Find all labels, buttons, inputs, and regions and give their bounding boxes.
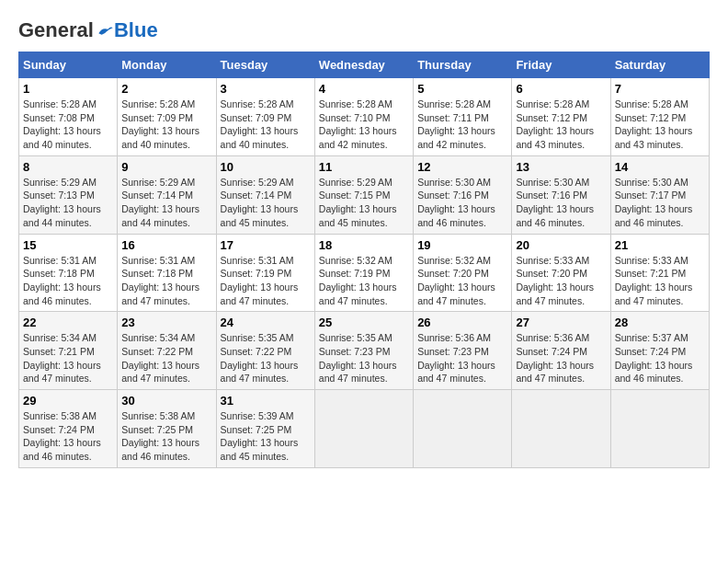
day-info: Sunrise: 5:38 AM Sunset: 7:24 PM Dayligh… (23, 409, 113, 464)
day-number: 8 (23, 160, 113, 174)
calendar-cell: 3 Sunrise: 5:28 AM Sunset: 7:09 PM Dayli… (216, 78, 314, 156)
calendar-cell: 31 Sunrise: 5:39 AM Sunset: 7:25 PM Dayl… (216, 390, 314, 468)
day-number: 4 (319, 82, 409, 96)
logo-bird-icon (96, 21, 114, 40)
day-number: 3 (221, 82, 311, 96)
day-number: 12 (417, 160, 507, 174)
calendar-cell: 14 Sunrise: 5:30 AM Sunset: 7:17 PM Dayl… (610, 155, 709, 234)
day-number: 17 (221, 238, 311, 252)
calendar-cell: 29 Sunrise: 5:38 AM Sunset: 7:24 PM Dayl… (19, 390, 118, 468)
day-info: Sunrise: 5:34 AM Sunset: 7:21 PM Dayligh… (23, 331, 113, 385)
day-number: 11 (319, 160, 409, 174)
calendar-cell: 16 Sunrise: 5:31 AM Sunset: 7:18 PM Dayl… (118, 234, 216, 312)
logo-general: General (18, 18, 94, 42)
day-info: Sunrise: 5:29 AM Sunset: 7:15 PM Dayligh… (319, 176, 409, 230)
day-number: 7 (615, 82, 705, 96)
calendar-cell: 15 Sunrise: 5:31 AM Sunset: 7:18 PM Dayl… (19, 234, 118, 312)
day-info: Sunrise: 5:36 AM Sunset: 7:23 PM Dayligh… (417, 331, 507, 385)
day-number: 29 (23, 394, 113, 408)
day-info: Sunrise: 5:38 AM Sunset: 7:25 PM Dayligh… (121, 409, 211, 464)
day-number: 18 (319, 238, 409, 252)
day-info: Sunrise: 5:28 AM Sunset: 7:08 PM Dayligh… (23, 98, 113, 152)
calendar-cell: 21 Sunrise: 5:33 AM Sunset: 7:21 PM Dayl… (610, 234, 709, 312)
calendar-cell: 20 Sunrise: 5:33 AM Sunset: 7:20 PM Dayl… (512, 234, 610, 312)
calendar-cell (610, 390, 709, 468)
day-info: Sunrise: 5:33 AM Sunset: 7:21 PM Dayligh… (615, 254, 705, 308)
day-info: Sunrise: 5:39 AM Sunset: 7:25 PM Dayligh… (221, 409, 311, 464)
day-info: Sunrise: 5:32 AM Sunset: 7:19 PM Dayligh… (319, 254, 409, 308)
day-info: Sunrise: 5:34 AM Sunset: 7:22 PM Dayligh… (121, 331, 211, 385)
day-number: 22 (23, 316, 113, 329)
calendar-cell: 6 Sunrise: 5:28 AM Sunset: 7:12 PM Dayli… (512, 78, 610, 156)
day-info: Sunrise: 5:28 AM Sunset: 7:12 PM Dayligh… (516, 98, 606, 152)
day-info: Sunrise: 5:31 AM Sunset: 7:18 PM Dayligh… (121, 254, 211, 308)
calendar-cell: 13 Sunrise: 5:30 AM Sunset: 7:16 PM Dayl… (512, 155, 610, 234)
day-info: Sunrise: 5:35 AM Sunset: 7:22 PM Dayligh… (221, 331, 311, 385)
day-info: Sunrise: 5:31 AM Sunset: 7:18 PM Dayligh… (23, 254, 113, 308)
calendar-cell: 5 Sunrise: 5:28 AM Sunset: 7:11 PM Dayli… (414, 78, 512, 156)
calendar-cell: 10 Sunrise: 5:29 AM Sunset: 7:14 PM Dayl… (216, 155, 314, 234)
calendar-cell: 11 Sunrise: 5:29 AM Sunset: 7:15 PM Dayl… (314, 155, 413, 234)
day-info: Sunrise: 5:37 AM Sunset: 7:24 PM Dayligh… (615, 331, 705, 385)
page-header: General Blue (18, 18, 710, 42)
calendar-cell: 25 Sunrise: 5:35 AM Sunset: 7:23 PM Dayl… (314, 312, 413, 390)
day-info: Sunrise: 5:28 AM Sunset: 7:09 PM Dayligh… (121, 98, 211, 152)
calendar-cell: 30 Sunrise: 5:38 AM Sunset: 7:25 PM Dayl… (118, 390, 216, 468)
calendar-cell (414, 390, 512, 468)
day-number: 23 (121, 316, 211, 329)
day-info: Sunrise: 5:28 AM Sunset: 7:12 PM Dayligh… (615, 98, 705, 152)
day-number: 26 (417, 316, 507, 329)
day-number: 20 (516, 238, 606, 252)
calendar-cell: 19 Sunrise: 5:32 AM Sunset: 7:20 PM Dayl… (414, 234, 512, 312)
day-number: 27 (516, 316, 606, 329)
day-info: Sunrise: 5:36 AM Sunset: 7:24 PM Dayligh… (516, 331, 606, 385)
day-number: 24 (221, 316, 311, 329)
calendar-table: SundayMondayTuesdayWednesdayThursdayFrid… (18, 52, 710, 468)
day-info: Sunrise: 5:28 AM Sunset: 7:09 PM Dayligh… (221, 98, 311, 152)
day-info: Sunrise: 5:29 AM Sunset: 7:13 PM Dayligh… (23, 176, 113, 230)
calendar-cell: 23 Sunrise: 5:34 AM Sunset: 7:22 PM Dayl… (118, 312, 216, 390)
day-number: 2 (121, 82, 211, 96)
calendar-cell (314, 390, 413, 468)
day-info: Sunrise: 5:35 AM Sunset: 7:23 PM Dayligh… (319, 331, 409, 385)
logo-blue: Blue (114, 18, 158, 42)
day-number: 28 (615, 316, 705, 329)
calendar-cell: 24 Sunrise: 5:35 AM Sunset: 7:22 PM Dayl… (216, 312, 314, 390)
day-info: Sunrise: 5:28 AM Sunset: 7:11 PM Dayligh… (417, 98, 507, 152)
day-info: Sunrise: 5:29 AM Sunset: 7:14 PM Dayligh… (221, 176, 311, 230)
day-number: 19 (417, 238, 507, 252)
logo: General Blue (18, 18, 158, 42)
calendar-cell: 22 Sunrise: 5:34 AM Sunset: 7:21 PM Dayl… (19, 312, 118, 390)
calendar-cell: 17 Sunrise: 5:31 AM Sunset: 7:19 PM Dayl… (216, 234, 314, 312)
day-info: Sunrise: 5:32 AM Sunset: 7:20 PM Dayligh… (417, 254, 507, 308)
day-number: 30 (121, 394, 211, 408)
day-number: 21 (615, 238, 705, 252)
calendar-cell (512, 390, 610, 468)
calendar-cell: 28 Sunrise: 5:37 AM Sunset: 7:24 PM Dayl… (610, 312, 709, 390)
day-number: 9 (121, 160, 211, 174)
calendar-cell: 18 Sunrise: 5:32 AM Sunset: 7:19 PM Dayl… (314, 234, 413, 312)
day-info: Sunrise: 5:33 AM Sunset: 7:20 PM Dayligh… (516, 254, 606, 308)
day-info: Sunrise: 5:29 AM Sunset: 7:14 PM Dayligh… (121, 176, 211, 230)
calendar-cell: 7 Sunrise: 5:28 AM Sunset: 7:12 PM Dayli… (610, 78, 709, 156)
day-number: 1 (23, 82, 113, 96)
calendar-cell: 26 Sunrise: 5:36 AM Sunset: 7:23 PM Dayl… (414, 312, 512, 390)
weekday-header-friday: Friday (512, 52, 610, 78)
day-number: 16 (121, 238, 211, 252)
calendar-cell: 2 Sunrise: 5:28 AM Sunset: 7:09 PM Dayli… (118, 78, 216, 156)
calendar-cell: 4 Sunrise: 5:28 AM Sunset: 7:10 PM Dayli… (314, 78, 413, 156)
day-number: 25 (319, 316, 409, 329)
day-info: Sunrise: 5:30 AM Sunset: 7:16 PM Dayligh… (417, 176, 507, 230)
weekday-header-tuesday: Tuesday (216, 52, 314, 78)
day-info: Sunrise: 5:31 AM Sunset: 7:19 PM Dayligh… (221, 254, 311, 308)
day-info: Sunrise: 5:30 AM Sunset: 7:17 PM Dayligh… (615, 176, 705, 230)
day-number: 6 (516, 82, 606, 96)
day-number: 15 (23, 238, 113, 252)
day-number: 31 (221, 394, 311, 408)
weekday-header-wednesday: Wednesday (314, 52, 413, 78)
weekday-header-saturday: Saturday (610, 52, 709, 78)
day-info: Sunrise: 5:28 AM Sunset: 7:10 PM Dayligh… (319, 98, 409, 152)
calendar-cell: 8 Sunrise: 5:29 AM Sunset: 7:13 PM Dayli… (19, 155, 118, 234)
weekday-header-sunday: Sunday (19, 52, 118, 78)
day-number: 10 (221, 160, 311, 174)
